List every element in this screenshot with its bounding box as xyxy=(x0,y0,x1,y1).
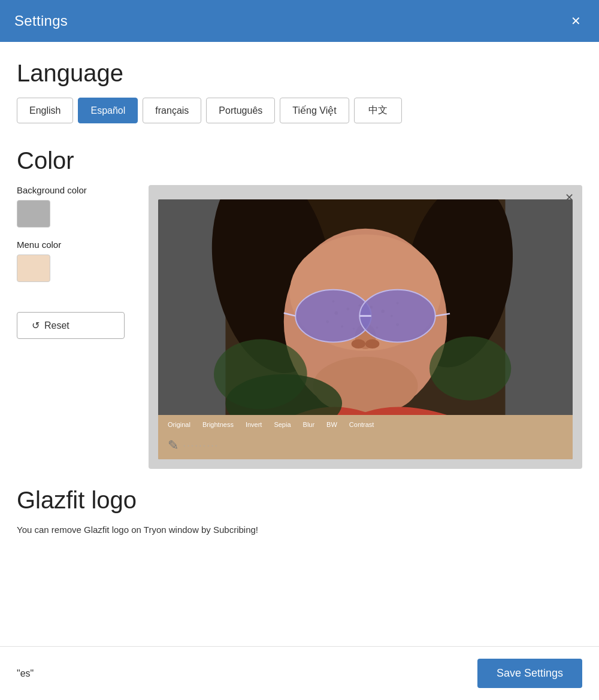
filter-label-contrast[interactable]: Contrast xyxy=(349,421,374,428)
main-content: Language EnglishEspañolfrançaisPortuguês… xyxy=(0,42,599,646)
svg-point-21 xyxy=(365,340,379,349)
preview-face xyxy=(158,199,573,415)
filter-label-original[interactable]: Original xyxy=(168,421,190,428)
reset-button[interactable]: ↺ Reset xyxy=(17,312,125,339)
language-button-fr[interactable]: français xyxy=(143,98,201,123)
language-button-row: EnglishEspañolfrançaisPortuguêsTiếng Việ… xyxy=(17,98,582,123)
footer-lang-code: "es" xyxy=(17,668,34,679)
language-button-zh[interactable]: 中文 xyxy=(354,98,402,123)
settings-title: Settings xyxy=(14,13,68,29)
save-settings-button[interactable]: Save Settings xyxy=(477,659,582,688)
language-button-es[interactable]: Español xyxy=(78,98,138,123)
filter-label-blur[interactable]: Blur xyxy=(303,421,315,428)
reset-icon: ↺ xyxy=(32,320,40,331)
preview-image-wrapper: OriginalBrightnessInvertSepiaBlurBWContr… xyxy=(158,199,573,459)
filter-label-sepia[interactable]: Sepia xyxy=(274,421,291,428)
filter-label-brightness[interactable]: Brightness xyxy=(202,421,234,428)
glazfit-subtext: You can remove Glazfit logo on Tryon win… xyxy=(17,525,582,535)
language-heading: Language xyxy=(17,60,582,87)
svg-point-32 xyxy=(429,337,511,401)
filter-label-invert[interactable]: Invert xyxy=(246,421,262,428)
background-color-label: Background color xyxy=(17,185,125,195)
filter-labels-row: OriginalBrightnessInvertSepiaBlurBWContr… xyxy=(168,421,374,428)
background-color-swatch[interactable] xyxy=(17,200,50,228)
filter-bar: OriginalBrightnessInvertSepiaBlurBWContr… xyxy=(158,415,573,434)
close-button[interactable]: ✕ xyxy=(567,13,585,29)
color-section: Background color Menu color ↺ Reset ✕ xyxy=(17,185,582,469)
menu-color-label: Menu color xyxy=(17,240,125,250)
face-illustration xyxy=(158,199,573,415)
filter-label-bw[interactable]: BW xyxy=(326,421,337,428)
svg-point-20 xyxy=(352,340,365,349)
color-heading: Color xyxy=(17,147,582,174)
title-bar: Settings ✕ xyxy=(0,0,599,42)
language-button-pt[interactable]: Português xyxy=(206,98,275,123)
glazfit-section: Glazfit logo You can remove Glazfit logo… xyxy=(17,487,582,535)
language-button-vi[interactable]: Tiếng Việt xyxy=(280,98,349,123)
filter-tool-dots: · · · · · · · · · xyxy=(183,441,217,450)
language-button-en[interactable]: English xyxy=(17,98,73,123)
glazfit-heading: Glazfit logo xyxy=(17,487,582,514)
footer-bar: "es" Save Settings xyxy=(0,646,599,700)
pencil-icon: ✎ xyxy=(168,438,179,453)
color-controls: Background color Menu color ↺ Reset xyxy=(17,185,125,339)
reset-label: Reset xyxy=(44,320,69,331)
menu-color-swatch[interactable] xyxy=(17,254,50,282)
image-preview-panel: ✕ xyxy=(149,185,582,469)
